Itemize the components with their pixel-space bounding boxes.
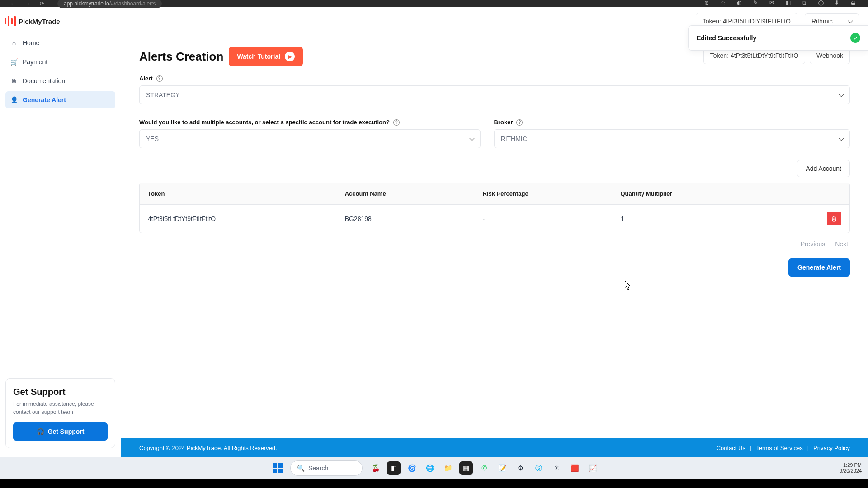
taskbar-app-2[interactable]: ◧ <box>387 461 401 475</box>
footer-link-terms[interactable]: Terms of Services <box>756 445 802 451</box>
headset-icon: 🎧 <box>37 428 44 435</box>
multi-account-label: Would you like to add multiple accounts,… <box>139 119 390 126</box>
play-icon: ▶ <box>285 52 295 61</box>
token-prefix: Token: <box>703 18 723 25</box>
sidebar-item-label: Generate Alert <box>23 96 66 103</box>
profile-icon[interactable]: ◒ <box>851 0 859 8</box>
sidebar-item-payment[interactable]: 🛒 Payment <box>5 53 115 70</box>
taskbar-app-skype[interactable]: Ⓢ <box>532 461 545 475</box>
generate-alert-button[interactable]: Generate Alert <box>788 258 850 277</box>
pager-next[interactable]: Next <box>835 240 848 248</box>
trash-icon <box>831 216 837 222</box>
sidebar-item-label: Documentation <box>23 77 65 84</box>
cart-icon: 🛒 <box>10 58 18 66</box>
footer-link-privacy[interactable]: Privacy Policy <box>813 445 850 451</box>
alert-type-value: STRATEGY <box>146 91 179 99</box>
col-account: Account Name <box>345 190 483 197</box>
success-toast: Edited Successfully <box>688 25 868 51</box>
help-icon[interactable]: ? <box>393 119 400 126</box>
back-icon[interactable]: ← <box>9 0 17 8</box>
support-desc: For immediate assistance, please contact… <box>13 400 108 416</box>
logo-text: PickMyTrade <box>19 18 60 25</box>
taskbar-app-1[interactable]: 🍒 <box>369 461 382 475</box>
add-account-label: Add Account <box>806 165 841 172</box>
browser-bar: ← → ⟳ app.pickmytrade.io/#/dashboard/ale… <box>0 0 868 7</box>
taskbar-search[interactable]: 🔍 Search <box>290 460 363 476</box>
translate-icon[interactable]: ⊕ <box>704 0 712 8</box>
taskbar-app-8[interactable]: ⚙ <box>514 461 527 475</box>
table-header: Token Account Name Risk Percentage Quant… <box>140 183 849 205</box>
multi-account-value: YES <box>146 135 159 142</box>
taskbar-app-5[interactable]: ▦ <box>459 461 473 475</box>
sidebar-item-home[interactable]: ⌂ Home <box>5 34 115 52</box>
broker-value: RITHMIC <box>501 135 527 142</box>
multi-account-select[interactable]: YES <box>139 129 481 148</box>
ext1-icon[interactable]: ◐ <box>737 0 745 8</box>
reload-icon[interactable]: ⟳ <box>38 0 46 8</box>
taskbar-app-11[interactable]: 🟥 <box>568 461 581 475</box>
pager-prev[interactable]: Previous <box>801 240 825 248</box>
cell-qty: 1 <box>621 215 778 222</box>
sidebar-item-label: Payment <box>23 58 47 66</box>
sidebar-item-generate-alert[interactable]: 👤 Generate Alert <box>5 91 115 108</box>
token-value: 4tPt3t5tLtDtYt9tFtItFtItO <box>731 52 798 59</box>
help-icon[interactable]: ? <box>516 119 523 126</box>
letterbox-bottom <box>0 479 868 488</box>
start-button[interactable] <box>269 460 287 476</box>
taskbar-app-10[interactable]: ✳ <box>550 461 563 475</box>
star-icon[interactable]: ☆ <box>721 0 729 8</box>
ext2-icon[interactable]: ✎ <box>753 0 761 8</box>
cell-account: BG28198 <box>345 215 483 222</box>
broker-select[interactable]: RITHMIC <box>494 129 850 148</box>
footer-link-contact[interactable]: Contact Us <box>717 445 745 451</box>
forward-icon[interactable]: → <box>24 0 32 8</box>
sidebar-item-documentation[interactable]: 🗎 Documentation <box>5 72 115 89</box>
ext3-icon[interactable]: ✉ <box>769 0 778 8</box>
col-qty: Quantity Multiplier <box>621 190 778 197</box>
help-icon[interactable]: ? <box>156 75 163 82</box>
ext4-icon[interactable]: ◧ <box>786 0 794 8</box>
token-prefix: Token: <box>710 52 731 59</box>
taskbar-app-whatsapp[interactable]: ✆ <box>477 461 491 475</box>
support-box: Get Support For immediate assistance, pl… <box>5 378 115 448</box>
logo[interactable]: PickMyTrade <box>0 11 121 34</box>
search-icon: 🔍 <box>297 465 305 472</box>
logo-icon <box>5 16 16 26</box>
chevron-down-icon <box>839 136 844 141</box>
main: Token: 4tPt3t5tLtDtYt9tFtItFtItO Rithmic… <box>121 7 868 457</box>
chevron-down-icon <box>848 18 853 23</box>
user-alert-icon: 👤 <box>10 96 18 104</box>
col-token: Token <box>148 190 345 197</box>
get-support-button[interactable]: 🎧 Get Support <box>13 422 108 441</box>
download-icon[interactable]: ⬇ <box>835 0 843 8</box>
cursor-icon <box>625 281 632 291</box>
taskbar-app-12[interactable]: 📈 <box>586 461 599 475</box>
generate-alert-label: Generate Alert <box>797 264 841 271</box>
taskbar-app-notepad[interactable]: 📝 <box>495 461 509 475</box>
check-icon <box>850 33 860 43</box>
token-value: 4tPt3t5tLtDtYt9tFtItFtItO <box>723 18 791 25</box>
taskbar-time: 1:29 PM <box>840 462 862 468</box>
taskbar-app-chrome[interactable]: 🌐 <box>423 461 437 475</box>
taskbar-app-copilot[interactable]: 🌀 <box>405 461 419 475</box>
taskbar-date: 9/20/2024 <box>840 468 862 474</box>
delete-row-button[interactable] <box>827 212 841 225</box>
add-account-button[interactable]: Add Account <box>797 160 850 177</box>
cell-risk: - <box>483 215 621 222</box>
ext6-icon[interactable]: ⨀ <box>818 0 826 8</box>
taskbar-clock[interactable]: 1:29 PM 9/20/2024 <box>840 462 864 474</box>
alert-type-select[interactable]: STRATEGY <box>139 85 850 104</box>
table-row: 4tPt3t5tLtDtYt9tFtItFtItO BG28198 - 1 <box>140 205 849 233</box>
url-host: app.pickmytrade.io <box>64 0 109 7</box>
watch-tutorial-button[interactable]: Watch Tutorial ▶ <box>229 47 303 66</box>
footer-copyright: Copyright © 2024 PickMyTrade. All Rights… <box>139 445 717 451</box>
ext5-icon[interactable]: ⧉ <box>802 0 810 8</box>
taskbar-app-explorer[interactable]: 📁 <box>441 461 455 475</box>
table-pager: Previous Next <box>139 240 848 248</box>
toast-text: Edited Successfully <box>697 34 756 42</box>
accounts-table: Token Account Name Risk Percentage Quant… <box>139 183 850 233</box>
chevron-down-icon <box>469 136 474 141</box>
home-icon: ⌂ <box>10 39 18 47</box>
url-path: /#/dashboard/alerts <box>109 0 156 7</box>
tutorial-label: Watch Tutorial <box>237 53 280 60</box>
